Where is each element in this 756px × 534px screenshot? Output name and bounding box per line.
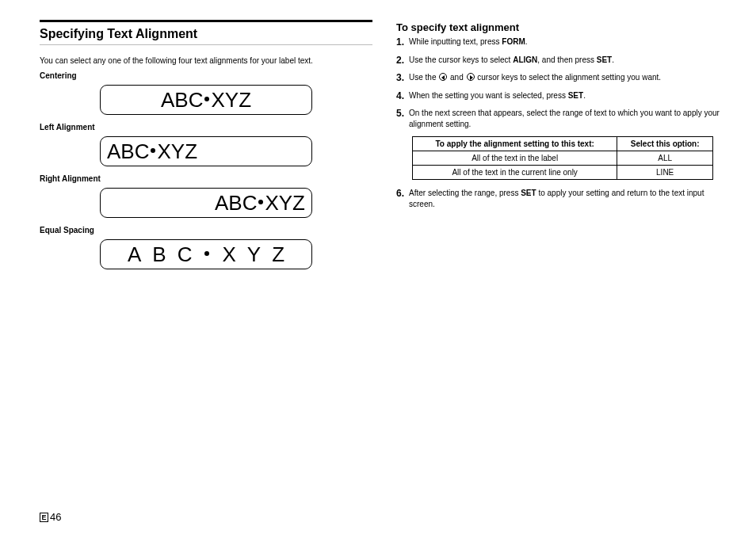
- glyph: Y: [171, 139, 185, 164]
- step: 2.Use the cursor keys to select ALIGN, a…: [396, 55, 729, 66]
- step-text: When the setting you want is selected, p…: [409, 91, 568, 100]
- sample-label: Centering: [40, 71, 372, 80]
- glyph: B: [228, 191, 242, 216]
- step-text: On the next screen that appears, select …: [409, 109, 720, 128]
- table-cell: ALL: [617, 151, 713, 166]
- page-num-value: 46: [50, 511, 61, 523]
- label-text: ABCXYZ: [122, 242, 290, 267]
- label-preview: ABCXYZ: [100, 85, 312, 115]
- glyph: A: [107, 139, 120, 164]
- sample-box-wrap: ABCXYZ: [40, 239, 372, 269]
- procedure-title: To specify text alignment: [396, 21, 729, 33]
- table-cell: LINE: [617, 166, 713, 180]
- glyph: C: [242, 191, 258, 216]
- table-header: Select this option:: [617, 137, 713, 151]
- step: 1.While inputting text, press FORM.: [396, 36, 729, 48]
- label-text: ABCXYZ: [215, 191, 305, 216]
- step-number: 2.: [396, 54, 404, 67]
- dot-icon: [204, 251, 209, 256]
- glyph: X: [265, 191, 278, 216]
- step-text: .: [583, 91, 586, 100]
- label-preview: ABCXYZ: [100, 188, 312, 218]
- step-text: After selecting the range, press: [409, 189, 521, 197]
- range-table-wrap: To apply the alignment setting to this t…: [396, 136, 729, 180]
- table-header: To apply the alignment setting to this t…: [413, 137, 617, 151]
- label-preview: ABCXYZ: [100, 239, 312, 269]
- step-text: , and then press: [537, 55, 597, 64]
- dot-icon: [258, 200, 263, 204]
- table-row: To apply the alignment setting to this t…: [413, 137, 713, 151]
- glyph: C: [178, 242, 193, 267]
- glyph: Y: [225, 88, 239, 113]
- glyph: Z: [185, 139, 197, 164]
- procedure-steps: 1.While inputting text, press FORM.2.Use…: [396, 36, 729, 209]
- step-text: and: [448, 73, 465, 82]
- glyph: X: [157, 139, 170, 164]
- step-number: 3.: [396, 71, 404, 84]
- table-cell: All of the text in the label: [413, 151, 617, 166]
- step-text: Use the cursor keys to select: [409, 55, 513, 64]
- glyph: Y: [247, 242, 261, 267]
- table-row: All of the text in the current line only…: [413, 166, 713, 180]
- step-number: 4.: [396, 90, 404, 102]
- cursor-right-icon: [467, 73, 475, 81]
- keyword: SET: [521, 189, 536, 197]
- page: Specifying Text Alignment You can select…: [0, 0, 756, 534]
- glyph: C: [189, 88, 204, 113]
- right-column: To specify text alignment 1.While inputt…: [396, 20, 729, 526]
- keyword: SET: [568, 91, 583, 100]
- section-subrule: [40, 44, 372, 45]
- sample-box-wrap: ABCXYZ: [40, 85, 372, 115]
- step-number: 1.: [396, 36, 404, 48]
- range-table: To apply the alignment setting to this t…: [412, 136, 713, 180]
- page-number: E 46: [40, 511, 61, 523]
- section-rule: [40, 20, 372, 22]
- step-number: 6.: [396, 187, 404, 200]
- step-text: .: [525, 37, 528, 46]
- step: 3.Use the and cursor keys to select the …: [396, 72, 729, 83]
- intro-text: You can select any one of the following …: [40, 56, 372, 65]
- label-text: ABCXYZ: [107, 139, 197, 164]
- sample-label: Left Alignment: [40, 123, 372, 132]
- label-text: ABCXYZ: [161, 88, 251, 113]
- step: 6.After selecting the range, press SET t…: [396, 188, 729, 209]
- table-row: All of the text in the labelALL: [413, 151, 713, 166]
- step-text: cursor keys to select the alignment sett…: [475, 73, 662, 82]
- dot-icon: [151, 148, 155, 153]
- glyph: Z: [292, 191, 305, 216]
- cursor-left-icon: [439, 73, 447, 81]
- glyph: X: [222, 242, 235, 267]
- step-text: Use the: [409, 73, 438, 82]
- glyph: X: [211, 88, 224, 113]
- glyph: Z: [239, 88, 251, 113]
- keyword: FORM: [502, 37, 525, 46]
- glyph: Z: [272, 242, 284, 267]
- glyph: B: [152, 242, 166, 267]
- glyph: B: [174, 88, 188, 113]
- section-title: Specifying Text Alignment: [40, 27, 372, 41]
- sample-box-wrap: ABCXYZ: [40, 136, 372, 166]
- glyph: A: [161, 88, 174, 113]
- left-column: Specifying Text Alignment You can select…: [40, 20, 372, 526]
- keyword: SET: [597, 55, 612, 64]
- glyph: A: [215, 191, 228, 216]
- alignment-samples: CenteringABCXYZLeft AlignmentABCXYZRight…: [40, 71, 372, 269]
- dot-icon: [204, 97, 209, 101]
- glyph: C: [135, 139, 150, 164]
- glyph: B: [120, 139, 134, 164]
- sample-box-wrap: ABCXYZ: [40, 188, 372, 218]
- label-preview: ABCXYZ: [100, 136, 312, 166]
- step-text: While inputting text, press: [409, 37, 502, 46]
- glyph: Y: [279, 191, 292, 216]
- step: 4.When the setting you want is selected,…: [396, 90, 729, 101]
- sample-label: Right Alignment: [40, 174, 372, 183]
- table-cell: All of the text in the current line only: [413, 166, 617, 180]
- lang-indicator: E: [40, 513, 48, 522]
- keyword: ALIGN: [513, 55, 537, 64]
- step-number: 5.: [396, 107, 404, 120]
- step-text: .: [612, 55, 614, 64]
- glyph: A: [128, 242, 141, 267]
- step: 5.On the next screen that appears, selec…: [396, 108, 729, 129]
- sample-label: Equal Spacing: [40, 226, 372, 235]
